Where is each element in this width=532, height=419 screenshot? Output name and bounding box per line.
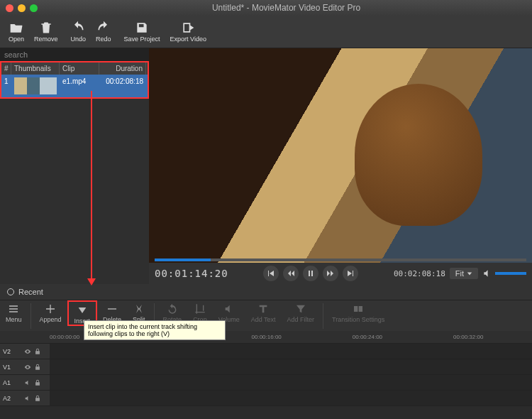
- close-window[interactable]: [6, 4, 13, 12]
- track-v1[interactable]: V1: [0, 359, 532, 375]
- remove-button[interactable]: Remove: [34, 21, 58, 43]
- track-a1[interactable]: A1: [0, 375, 532, 391]
- lock-icon[interactable]: [34, 379, 41, 386]
- prev-frame-button[interactable]: [283, 266, 299, 281]
- current-time: 00:01:14:20: [155, 268, 228, 279]
- media-panel: search # Thumbnails Clip Duration 1 e1.m…: [0, 48, 149, 284]
- text-icon: [257, 303, 269, 315]
- seek-bar[interactable]: [155, 259, 526, 261]
- folder-open-icon: [9, 21, 23, 35]
- recent-label: Recent: [18, 288, 43, 296]
- menu-button[interactable]: Menu: [0, 300, 28, 323]
- rewind-icon: [287, 270, 294, 277]
- track-v2[interactable]: V2: [0, 344, 532, 359]
- time-ruler[interactable]: 00:00:00:00 00:00:08:00 00:00:16:00 00:0…: [0, 331, 532, 344]
- skip-end-icon: [347, 270, 354, 277]
- redo-button[interactable]: Redo: [96, 21, 111, 43]
- total-time: 00:02:08:18: [394, 269, 445, 278]
- add-text-button[interactable]: Add Text: [245, 300, 282, 323]
- media-table-header: # Thumbnails Clip Duration: [1, 62, 148, 75]
- media-table-highlight: # Thumbnails Clip Duration 1 e1.mp4 00:0…: [0, 61, 149, 99]
- playback-controls: 00:01:14:20 00:02:08:18 Fit: [149, 263, 532, 284]
- save-icon: [135, 21, 149, 35]
- clip-thumbnail: [14, 77, 57, 94]
- crop-icon: [194, 303, 206, 315]
- open-button[interactable]: Open: [9, 21, 24, 43]
- save-project-button[interactable]: Save Project: [124, 21, 160, 43]
- zoom-fit-dropdown[interactable]: Fit: [450, 268, 478, 279]
- menu-icon: [8, 303, 19, 315]
- main-area: search # Thumbnails Clip Duration 1 e1.m…: [0, 48, 532, 284]
- eye-icon[interactable]: [24, 348, 31, 355]
- speaker-icon: [482, 268, 492, 278]
- media-row[interactable]: 1 e1.mp4 00:02:08:18: [1, 75, 148, 97]
- undo-button[interactable]: Undo: [71, 21, 87, 43]
- timeline-panel: 00:00:00:00 00:00:08:00 00:00:16:00 00:0…: [0, 331, 532, 406]
- window-title: Untitled* - MovieMator Video Editor Pro: [46, 3, 526, 13]
- recent-bar: Recent: [0, 284, 532, 300]
- add-filter-button[interactable]: Add Filter: [282, 300, 321, 323]
- trash-icon: [39, 21, 53, 35]
- insert-icon: [77, 305, 88, 316]
- export-icon: [181, 21, 195, 35]
- main-toolbar: Open Remove Undo Redo Save Project Expor…: [0, 16, 532, 48]
- rotate-icon: [167, 303, 178, 315]
- filter-icon: [295, 303, 306, 315]
- mute-icon[interactable]: [24, 379, 31, 386]
- timeline-toolbar: Menu Append Insert Delete Split Rotate C…: [0, 300, 532, 331]
- volume-bar[interactable]: [495, 272, 526, 275]
- maximize-window[interactable]: [30, 4, 38, 12]
- skip-start-button[interactable]: [263, 266, 279, 281]
- skip-start-icon: [267, 270, 275, 277]
- annotation-arrow: [91, 91, 92, 284]
- next-frame-button[interactable]: [323, 266, 338, 281]
- play-pause-button[interactable]: [303, 266, 318, 281]
- append-button[interactable]: Append: [34, 300, 67, 323]
- forward-icon: [327, 270, 334, 277]
- eye-icon[interactable]: [24, 364, 31, 371]
- col-duration: Duration: [99, 62, 146, 75]
- scissors-icon: [133, 303, 145, 315]
- lock-icon[interactable]: [34, 364, 41, 371]
- export-video-button[interactable]: Export Video: [170, 21, 206, 43]
- col-thumbnail: Thumbnails: [11, 62, 60, 75]
- preview-panel: 00:01:14:20 00:02:08:18 Fit: [149, 48, 532, 284]
- titlebar: Untitled* - MovieMator Video Editor Pro: [0, 0, 532, 16]
- skip-end-button[interactable]: [343, 266, 358, 281]
- col-number: #: [1, 62, 11, 75]
- window-controls: [6, 4, 38, 12]
- transition-icon: [353, 303, 364, 315]
- insert-tooltip: Insert clip into the current track shift…: [84, 320, 226, 340]
- preview-frame-subject: [355, 84, 482, 226]
- volume-control[interactable]: [482, 268, 526, 278]
- col-clip: Clip: [60, 62, 99, 75]
- clock-icon: [7, 288, 14, 295]
- lock-icon[interactable]: [34, 395, 41, 402]
- search-input[interactable]: search: [0, 48, 149, 61]
- mute-icon[interactable]: [24, 395, 31, 402]
- transition-button[interactable]: Transition Settings: [326, 300, 390, 323]
- video-preview[interactable]: [149, 48, 532, 263]
- undo-icon: [71, 21, 85, 35]
- minus-icon: [106, 303, 118, 315]
- chevron-down-icon: [467, 271, 472, 276]
- plus-icon: [45, 303, 56, 315]
- seek-progress: [155, 259, 211, 261]
- volume-icon: [223, 303, 235, 315]
- lock-icon[interactable]: [34, 348, 41, 355]
- pause-icon: [307, 270, 314, 277]
- redo-icon: [96, 21, 111, 35]
- minimize-window[interactable]: [18, 4, 26, 12]
- track-a2[interactable]: A2: [0, 391, 532, 406]
